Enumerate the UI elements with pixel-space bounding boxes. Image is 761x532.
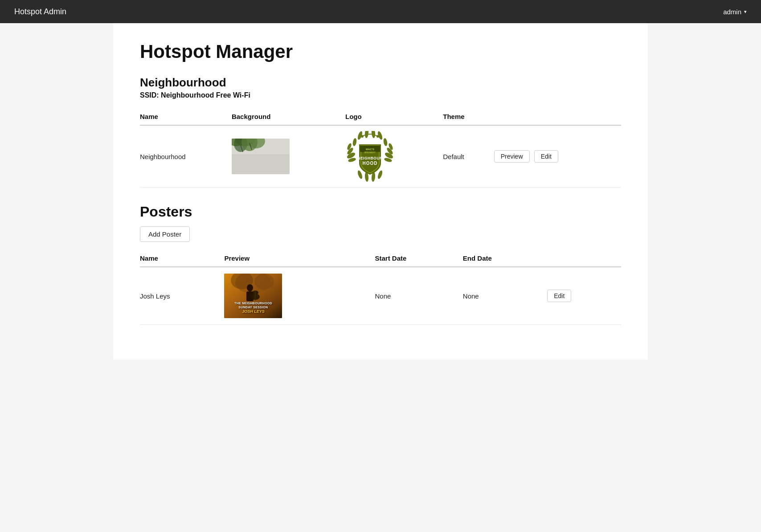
- poster-col-actions: [544, 250, 621, 267]
- hotspot-table: Name Background Logo Theme Neighbourhood: [140, 108, 621, 188]
- svg-text:MAC'S: MAC'S: [366, 148, 374, 151]
- table-row: Neighbourhood: [140, 125, 621, 188]
- chevron-down-icon: ▾: [744, 9, 747, 15]
- poster-start-date: None: [375, 267, 463, 325]
- logo-image: MAC'S BREWERY NEIGHBOUR HOOD: [345, 132, 394, 181]
- navbar: Hotspot Admin admin ▾: [0, 0, 761, 23]
- hotspot-section: Neighbourhood SSID: Neighbourhood Free W…: [140, 76, 621, 188]
- poster-preview-cell: THE NEIGHBOURHOODSUNDAY SESSION JOSH LEY…: [224, 267, 375, 325]
- svg-point-23: [356, 170, 363, 180]
- poster-col-name: Name: [140, 250, 224, 267]
- svg-point-28: [376, 135, 379, 138]
- poster-end-date: None: [463, 267, 544, 325]
- main-content: Hotspot Manager Neighbourhood SSID: Neig…: [113, 23, 648, 360]
- poster-col-preview: Preview: [224, 250, 375, 267]
- poster-line1: THE NEIGHBOURHOODSUNDAY SESSION: [234, 301, 272, 309]
- svg-point-38: [247, 284, 253, 291]
- poster-col-end-date: End Date: [463, 250, 544, 267]
- svg-point-13: [352, 138, 357, 146]
- svg-text:HOOD: HOOD: [362, 161, 377, 166]
- edit-poster-button[interactable]: Edit: [547, 290, 571, 302]
- poster-row-name: Josh Leys: [140, 267, 224, 325]
- ssid-label: SSID: Neighbourhood Free Wi-Fi: [140, 91, 621, 99]
- poster-line2: JOSH LEYS: [234, 309, 272, 315]
- svg-text:BREWERY: BREWERY: [364, 151, 376, 154]
- svg-point-18: [383, 138, 388, 146]
- background-image: [232, 139, 290, 174]
- posters-title: Posters: [140, 204, 621, 220]
- add-poster-button[interactable]: Add Poster: [140, 226, 190, 242]
- svg-rect-8: [232, 154, 290, 174]
- col-actions: [491, 108, 621, 125]
- preview-button[interactable]: Preview: [494, 150, 530, 163]
- hotspot-logo-cell: MAC'S BREWERY NEIGHBOUR HOOD: [345, 125, 443, 188]
- user-menu[interactable]: admin ▾: [723, 8, 747, 16]
- posters-table: Name Preview Start Date End Date Josh Le…: [140, 250, 621, 325]
- poster-col-start-date: Start Date: [375, 250, 463, 267]
- col-name: Name: [140, 108, 232, 125]
- svg-point-26: [376, 170, 383, 180]
- page-title: Hotspot Manager: [140, 41, 621, 62]
- col-logo: Logo: [345, 108, 443, 125]
- table-row: Josh Leys: [140, 267, 621, 325]
- posters-section: Posters Add Poster Name Preview Start Da…: [140, 204, 621, 325]
- hotspot-name: Neighbourhood: [140, 76, 621, 90]
- poster-image: THE NEIGHBOURHOODSUNDAY SESSION JOSH LEY…: [224, 274, 282, 318]
- svg-point-37: [254, 274, 274, 290]
- poster-actions-cell: Edit: [544, 267, 621, 325]
- hotspot-background-cell: [232, 125, 345, 188]
- hotspot-theme-cell: Default: [443, 125, 491, 188]
- user-label: admin: [723, 8, 741, 16]
- col-theme: Theme: [443, 108, 491, 125]
- hotspot-actions-cell: Preview Edit: [491, 125, 621, 188]
- svg-point-27: [361, 135, 364, 138]
- col-background: Background: [232, 108, 345, 125]
- svg-text:NEIGHBOUR: NEIGHBOUR: [357, 156, 382, 160]
- hotspot-row-name: Neighbourhood: [140, 125, 232, 188]
- edit-hotspot-button[interactable]: Edit: [534, 150, 558, 163]
- navbar-brand: Hotspot Admin: [14, 7, 66, 16]
